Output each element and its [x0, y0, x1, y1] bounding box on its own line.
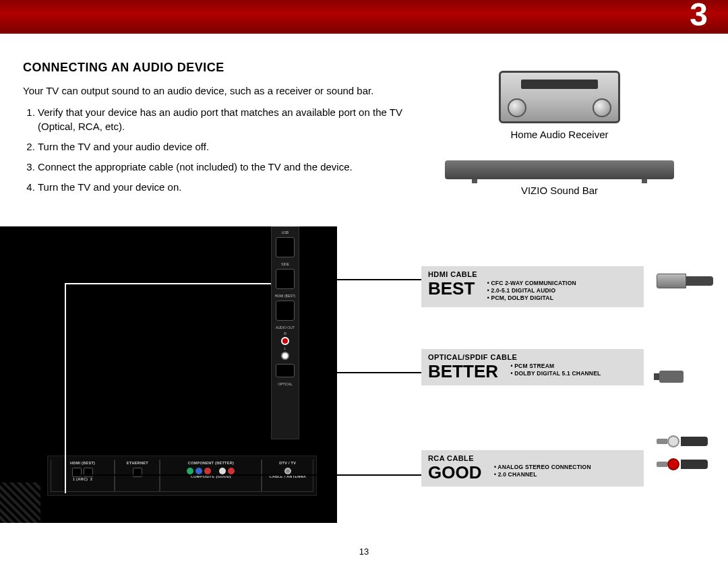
bottom-hdmi-label: HDMI (BEST): [51, 461, 114, 465]
optical-port-icon: [276, 364, 295, 377]
step-item: Connect the appropriate cable (not inclu…: [38, 160, 414, 174]
compare-better-bullets: • PCM STREAM • DOLBY DIGITAL 5.1 CHANNEL: [510, 363, 601, 377]
hdmi-port-icon: [276, 301, 295, 321]
audio-r-icon: [228, 468, 235, 474]
receiver-icon: [499, 71, 620, 123]
port-label-usb: USB: [274, 231, 296, 235]
intro-text: Your TV can output sound to an audio dev…: [23, 84, 414, 98]
bullet: • 2.0 CHANNEL: [494, 471, 591, 478]
port-label-audio-out: AUDIO OUT: [274, 326, 296, 330]
coax-port-icon: [284, 468, 291, 474]
bottom-ethernet-label: ETHERNET: [115, 461, 159, 465]
step-item: Verify that your device has an audio por…: [38, 106, 414, 133]
compare-better: OPTICAL/SPDIF CABLE BETTER • PCM STREAM …: [421, 349, 644, 385]
component-pb-icon: [195, 468, 202, 474]
device-illustrations: Home Audio Receiver VIZIO Sound Bar: [431, 71, 688, 216]
port-label-hdmi-side: SIDE: [274, 263, 296, 266]
compare-best: HDMI CABLE BEST • CFC 2-WAY COMMUNICATIO…: [421, 266, 644, 307]
compare-best-rank: BEST: [428, 280, 475, 297]
compare-good-title: RCA CABLE: [428, 454, 637, 462]
audio-l-icon: [219, 468, 226, 474]
port-label-r: R: [274, 332, 296, 336]
compare-better-rank: BETTER: [428, 363, 498, 380]
wire-guide: [65, 283, 66, 493]
hdmi1-sublabel: 1 (ARC): [73, 477, 88, 481]
compare-better-title: OPTICAL/SPDIF CABLE: [428, 353, 637, 361]
bullet: • 2.0-5.1 DIGITAL AUDIO: [487, 287, 576, 294]
bullet: • DOLBY DIGITAL 5.1 CHANNEL: [510, 370, 601, 377]
port-label-hdmi-best: HDMI (BEST): [274, 294, 296, 298]
bottom-hdmi-group: HDMI (BEST) 1 (ARC) 2: [51, 460, 115, 492]
hdmi-side-port-icon: [276, 269, 295, 289]
rca-connector-icon: [657, 431, 710, 492]
bullet: • PCM, DOLBY DIGITAL: [487, 294, 576, 302]
chapter-number: 3: [690, 0, 708, 33]
bottom-component-label: COMPONENT (BETTER): [160, 461, 261, 465]
step-list: Verify that your device has an audio por…: [38, 106, 414, 194]
soundbar-label: VIZIO Sound Bar: [431, 185, 688, 196]
bottom-component-group: COMPONENT (BETTER) COMPOSITE (GOOD): [160, 460, 262, 492]
compare-best-title: HDMI CABLE: [428, 270, 637, 278]
component-pr-icon: [204, 468, 211, 474]
compare-good-bullets: • ANALOG STEREO CONNECTION • 2.0 CHANNEL: [494, 464, 591, 478]
tv-side-port-panel: USB SIDE HDMI (BEST) AUDIO OUT R L OPTIC…: [271, 226, 299, 439]
bullet: • PCM STREAM: [510, 363, 601, 370]
bottom-dtv-label: DTV / TV: [262, 461, 313, 465]
rca-red-icon: [281, 337, 289, 345]
soundbar-icon: [445, 160, 674, 179]
instruction-column: CONNECTING AN AUDIO DEVICE Your TV can o…: [23, 61, 414, 201]
compare-good-rank: GOOD: [428, 464, 481, 481]
tv-back-diagram: USB SIDE HDMI (BEST) AUDIO OUT R L OPTIC…: [0, 226, 337, 523]
wire-hdmi: [300, 279, 421, 280]
receiver-label: Home Audio Receiver: [431, 129, 688, 140]
wire-optical: [301, 372, 302, 407]
optical-connector-icon: [657, 364, 710, 391]
wire-rca: [80, 474, 421, 476]
chapter-header: 3: [0, 0, 728, 34]
page-number: 13: [359, 547, 369, 557]
tv-bottom-port-panel: HDMI (BEST) 1 (ARC) 2 ETHERNET COMPONENT…: [47, 456, 317, 496]
rca-white-icon: [281, 352, 289, 360]
step-item: Turn the TV and your audio device off.: [38, 140, 414, 154]
port-label-l: L: [274, 346, 296, 350]
hdmi2-sublabel: 2: [90, 477, 92, 481]
bullet: • ANALOG STEREO CONNECTION: [494, 464, 591, 471]
compare-best-bullets: • CFC 2-WAY COMMUNICATION • 2.0-5.1 DIGI…: [487, 280, 576, 302]
port-label-optical: OPTICAL: [274, 383, 296, 386]
bullet: • CFC 2-WAY COMMUNICATION: [487, 280, 576, 287]
step-item: Turn the TV and your device on.: [38, 181, 414, 194]
rca-out-group: R L: [274, 332, 296, 360]
usb-port-icon: [276, 237, 295, 257]
section-heading: CONNECTING AN AUDIO DEVICE: [23, 61, 414, 75]
bottom-ethernet-group: ETHERNET: [115, 460, 160, 492]
compare-good: RCA CABLE GOOD • ANALOG STEREO CONNECTIO…: [421, 450, 644, 487]
wire-optical: [301, 372, 421, 373]
component-y-icon: [187, 468, 193, 474]
wire-hdmi: [300, 279, 301, 319]
wire-guide: [65, 283, 271, 284]
tv-pattern-decoration: [0, 482, 40, 523]
bottom-dtv-group: DTV / TV CABLE / ANTENNA: [262, 460, 313, 492]
hdmi-connector-icon: [657, 270, 710, 296]
